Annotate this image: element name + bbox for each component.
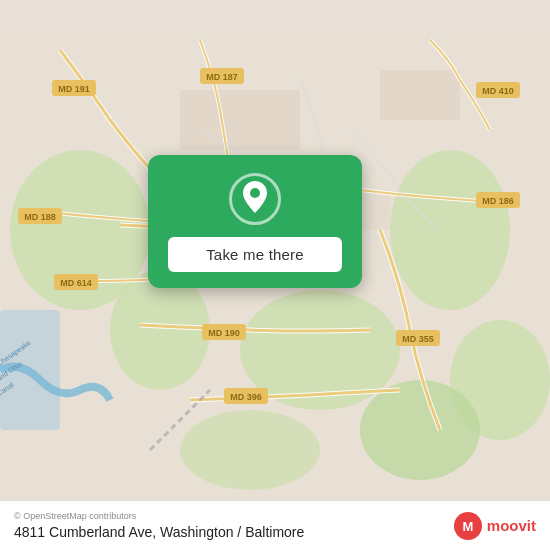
svg-text:MD 614: MD 614 bbox=[60, 278, 92, 288]
svg-point-4 bbox=[390, 150, 510, 310]
svg-text:MD 190: MD 190 bbox=[208, 328, 240, 338]
svg-point-6 bbox=[360, 380, 480, 480]
moovit-logo: M moovit bbox=[454, 512, 536, 540]
moovit-label: moovit bbox=[487, 517, 536, 534]
svg-rect-13 bbox=[380, 70, 460, 120]
svg-text:MD 188: MD 188 bbox=[24, 212, 56, 222]
location-icon-wrap bbox=[229, 173, 281, 225]
svg-text:M: M bbox=[462, 519, 473, 534]
svg-text:MD 187: MD 187 bbox=[206, 72, 238, 82]
svg-text:MD 396: MD 396 bbox=[230, 392, 262, 402]
osm-credit: © OpenStreetMap contributors bbox=[14, 511, 304, 521]
bottom-bar: © OpenStreetMap contributors 4811 Cumber… bbox=[0, 500, 550, 550]
svg-text:MD 410: MD 410 bbox=[482, 86, 514, 96]
take-me-there-button[interactable]: Take me there bbox=[168, 237, 342, 272]
svg-text:MD 186: MD 186 bbox=[482, 196, 514, 206]
pin-icon bbox=[242, 181, 268, 217]
svg-text:MD 355: MD 355 bbox=[402, 334, 434, 344]
address-section: © OpenStreetMap contributors 4811 Cumber… bbox=[14, 511, 304, 540]
svg-point-7 bbox=[180, 410, 320, 490]
moovit-icon: M bbox=[454, 512, 482, 540]
svg-text:MD 191: MD 191 bbox=[58, 84, 90, 94]
svg-rect-12 bbox=[180, 90, 300, 150]
address-text: 4811 Cumberland Ave, Washington / Baltim… bbox=[14, 524, 304, 540]
location-card: Take me there bbox=[148, 155, 362, 288]
svg-point-35 bbox=[250, 188, 260, 198]
map-container: Chesapeake and Ohio Canal bbox=[0, 0, 550, 550]
